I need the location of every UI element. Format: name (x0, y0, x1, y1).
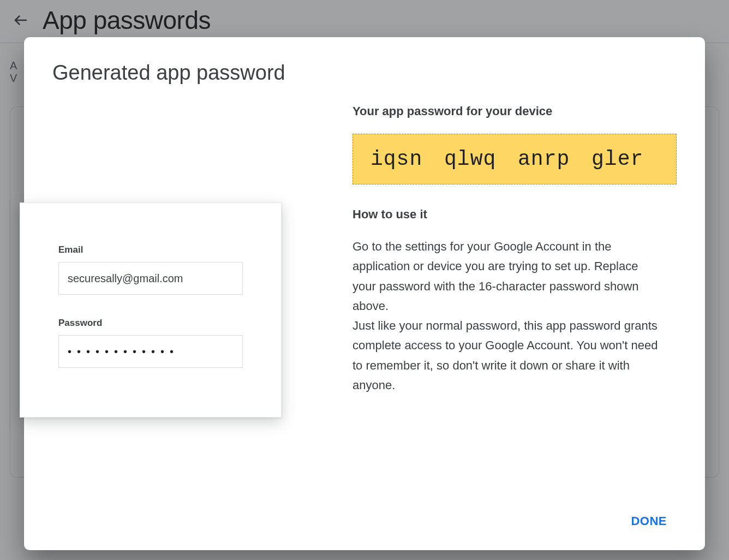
generated-password-dialog: Generated app password Email Password ••… (24, 37, 705, 550)
generated-password-value[interactable]: iqsn qlwq anrp gler (352, 134, 677, 184)
instructions-text: Go to the settings for your Google Accou… (352, 237, 664, 395)
dialog-title: Generated app password (52, 61, 677, 85)
password-masked-value: •••••••••••• (59, 336, 242, 367)
email-field[interactable] (58, 262, 243, 295)
password-field-wrap: Password •••••••••••• (58, 318, 243, 368)
password-field[interactable]: •••••••••••• (58, 335, 243, 368)
password-label: Password (58, 318, 243, 329)
dialog-footer: DONE (52, 496, 677, 534)
dialog-right-column: Your app password for your device iqsn q… (352, 104, 677, 496)
how-to-heading: How to use it (352, 207, 677, 222)
login-preview-card: Email Password •••••••••••• (20, 202, 282, 418)
done-button[interactable]: DONE (621, 509, 677, 534)
email-label: Email (58, 245, 243, 255)
dialog-body: Email Password •••••••••••• Your app pas… (52, 104, 677, 496)
dialog-left-column: Email Password •••••••••••• (52, 104, 314, 496)
device-password-heading: Your app password for your device (352, 104, 677, 118)
email-field-wrap: Email (58, 245, 243, 295)
